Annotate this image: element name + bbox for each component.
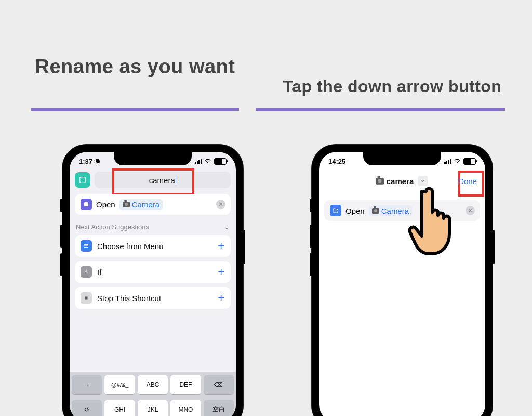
camera-app-icon bbox=[372, 208, 379, 214]
keyboard-key-backspace[interactable]: ⌫ bbox=[204, 375, 234, 394]
chevron-down-icon bbox=[420, 178, 425, 184]
chevron-down-icon[interactable]: ⌄ bbox=[224, 223, 230, 231]
divider-left bbox=[31, 108, 239, 111]
cell-signal-icon bbox=[195, 159, 202, 164]
suggestion-item[interactable]: If + bbox=[75, 261, 231, 283]
dnd-moon-icon bbox=[94, 159, 100, 164]
suggestion-label: Stop This Shortcut bbox=[97, 294, 161, 303]
menu-icon bbox=[81, 240, 92, 252]
action-open-app[interactable]: Open Camera ✕ bbox=[75, 194, 231, 215]
keyboard-key[interactable]: JKL bbox=[138, 400, 168, 417]
battery-icon bbox=[463, 158, 476, 165]
text-caret bbox=[176, 176, 177, 184]
action-app-name: Camera bbox=[132, 200, 159, 209]
phone-notch bbox=[363, 152, 441, 165]
keyboard-key[interactable]: @#/&_ bbox=[104, 375, 135, 394]
svg-rect-0 bbox=[80, 177, 86, 183]
wifi-icon bbox=[454, 158, 461, 165]
shortcut-name-input[interactable]: camera bbox=[95, 172, 231, 188]
status-time: 14:25 bbox=[328, 158, 345, 165]
phone-mockup-left: 1:37 camera Open bbox=[62, 145, 243, 416]
status-time: 1:37 bbox=[79, 158, 92, 165]
action-verb: Open bbox=[345, 206, 365, 215]
action-app-chip[interactable]: Camera bbox=[119, 199, 163, 210]
keyboard-key[interactable]: MNO bbox=[170, 400, 201, 417]
shortcut-name-value: camera bbox=[149, 176, 175, 185]
suggestion-label: If bbox=[97, 268, 101, 277]
add-suggestion-button[interactable]: + bbox=[218, 265, 224, 279]
action-app-name: Camera bbox=[381, 206, 409, 215]
battery-icon bbox=[214, 158, 227, 165]
open-app-icon bbox=[330, 205, 341, 216]
keyboard-key[interactable]: ABC bbox=[138, 375, 168, 394]
suggestions-header: Next Action Suggestions bbox=[76, 223, 149, 231]
suggestion-item[interactable]: Stop This Shortcut + bbox=[75, 287, 231, 309]
phone-mockup-right: 14:25 camera Done bbox=[312, 145, 493, 416]
phone-notch bbox=[114, 152, 192, 165]
caption-right: Tap the down arrow button bbox=[275, 77, 509, 96]
caption-left: Rename as you want bbox=[31, 55, 239, 80]
add-suggestion-button[interactable]: + bbox=[218, 239, 224, 253]
add-suggestion-button[interactable]: + bbox=[218, 291, 224, 305]
shortcut-color-icon[interactable] bbox=[75, 172, 90, 188]
stop-icon bbox=[81, 292, 92, 304]
svg-rect-1 bbox=[84, 202, 88, 206]
keyboard-key-space[interactable]: 空白 bbox=[204, 400, 234, 417]
onscreen-keyboard[interactable]: → @#/&_ ABC DEF ⌫ ↺ GHI JKL MNO 空白 bbox=[70, 372, 236, 416]
remove-action-button[interactable]: ✕ bbox=[216, 200, 225, 209]
divider-right bbox=[256, 108, 505, 111]
suggestion-item[interactable]: Choose from Menu + bbox=[75, 235, 231, 257]
suggestion-label: Choose from Menu bbox=[97, 242, 164, 251]
svg-rect-2 bbox=[85, 297, 88, 300]
action-verb: Open bbox=[96, 200, 115, 209]
camera-app-icon bbox=[376, 178, 384, 185]
keyboard-key[interactable]: ↺ bbox=[72, 400, 102, 417]
camera-app-icon bbox=[123, 202, 130, 207]
open-app-icon bbox=[81, 199, 92, 210]
keyboard-key[interactable]: GHI bbox=[104, 400, 135, 417]
annotation-tap-hand-icon bbox=[406, 184, 469, 257]
keyboard-key[interactable]: DEF bbox=[170, 375, 201, 394]
branch-icon bbox=[81, 266, 92, 278]
wifi-icon bbox=[204, 158, 211, 165]
cell-signal-icon bbox=[444, 159, 451, 164]
action-app-chip[interactable]: Camera bbox=[369, 205, 412, 216]
keyboard-key[interactable]: → bbox=[72, 375, 102, 394]
